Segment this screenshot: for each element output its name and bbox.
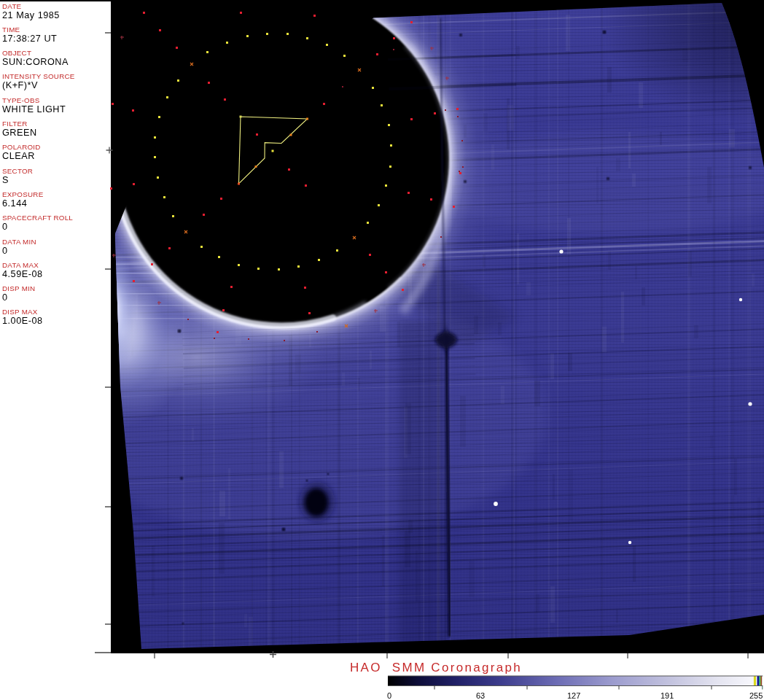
svg-text:CLEAR: CLEAR bbox=[2, 151, 35, 161]
svg-text:INTENSITY SOURCE: INTENSITY SOURCE bbox=[2, 72, 75, 80]
svg-text:6.144: 6.144 bbox=[2, 198, 27, 209]
svg-text:0: 0 bbox=[387, 691, 391, 700]
svg-text:4.59E-08: 4.59E-08 bbox=[2, 269, 43, 279]
svg-text:DATE: DATE bbox=[2, 2, 22, 10]
svg-text:DATA MAX: DATA MAX bbox=[2, 261, 39, 269]
svg-text:DATA MIN: DATA MIN bbox=[2, 238, 36, 246]
svg-text:GREEN: GREEN bbox=[2, 128, 37, 138]
svg-text:1.00E-08: 1.00E-08 bbox=[2, 316, 43, 326]
svg-text:SUN:CORONA: SUN:CORONA bbox=[2, 57, 69, 67]
svg-text:WHITE LIGHT: WHITE LIGHT bbox=[2, 104, 66, 114]
svg-text:POLAROID: POLAROID bbox=[2, 143, 41, 151]
svg-text:SECTOR: SECTOR bbox=[2, 167, 33, 175]
svg-text:OBJECT: OBJECT bbox=[2, 49, 31, 57]
svg-text:HAO SMM Coronagraph: HAO SMM Coronagraph bbox=[350, 661, 522, 674]
svg-text:63: 63 bbox=[476, 691, 485, 700]
svg-text:S: S bbox=[2, 175, 9, 185]
svg-text:0: 0 bbox=[2, 222, 8, 232]
svg-text:(K+F)*V: (K+F)*V bbox=[2, 80, 38, 90]
svg-text:0: 0 bbox=[2, 246, 8, 256]
svg-text:FILTER: FILTER bbox=[2, 120, 28, 128]
svg-text:DISP MIN: DISP MIN bbox=[2, 284, 35, 292]
svg-text:TIME: TIME bbox=[2, 26, 20, 34]
svg-text:127: 127 bbox=[567, 691, 580, 700]
svg-text:EXPOSURE: EXPOSURE bbox=[2, 190, 44, 198]
svg-text:255: 255 bbox=[749, 691, 763, 700]
svg-text:17:38:27 UT: 17:38:27 UT bbox=[2, 34, 57, 44]
svg-text:TYPE-OBS: TYPE-OBS bbox=[2, 96, 40, 104]
svg-text:21 May 1985: 21 May 1985 bbox=[2, 10, 60, 20]
svg-text:SPACECRAFT ROLL: SPACECRAFT ROLL bbox=[2, 214, 73, 222]
svg-text:DISP MAX: DISP MAX bbox=[2, 308, 38, 316]
svg-text:0: 0 bbox=[2, 292, 8, 303]
svg-text:191: 191 bbox=[660, 691, 674, 700]
